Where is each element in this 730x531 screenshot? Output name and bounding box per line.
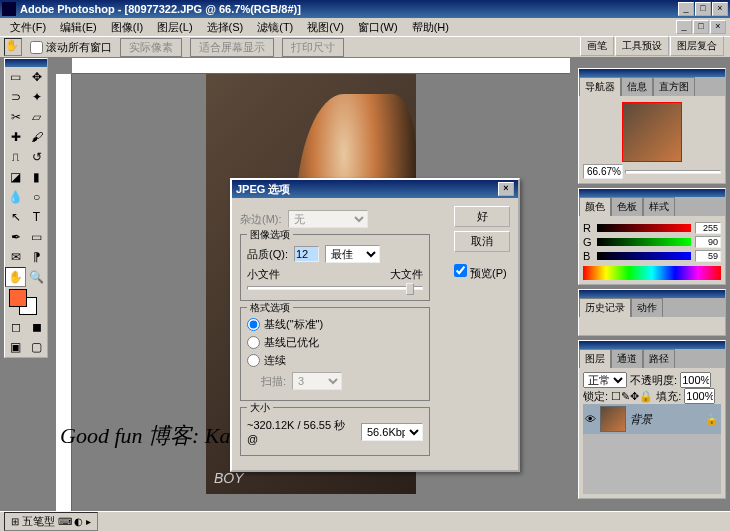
tab-color[interactable]: 颜色 (579, 197, 611, 216)
screen-mode-2[interactable]: ▢ (26, 337, 47, 357)
crop-tool[interactable]: ✂ (5, 107, 26, 127)
slice-tool[interactable]: ▱ (26, 107, 47, 127)
hand-tool-icon[interactable]: ✋ (4, 38, 22, 56)
tab-navigator[interactable]: 导航器 (579, 77, 621, 96)
ok-button[interactable]: 好 (454, 206, 510, 227)
tab-swatches[interactable]: 色板 (611, 197, 643, 216)
doc-restore-button[interactable]: □ (693, 20, 709, 34)
tab-info[interactable]: 信息 (621, 77, 653, 96)
brush-tool[interactable]: 🖌 (26, 127, 47, 147)
lock-icons[interactable]: ☐✎✥🔒 (611, 390, 653, 402)
screen-mode-1[interactable]: ▣ (5, 337, 26, 357)
wand-tool[interactable]: ✦ (26, 87, 47, 107)
menu-window[interactable]: 窗口(W) (352, 19, 404, 36)
move-tool[interactable]: ✥ (26, 67, 47, 87)
tab-channels[interactable]: 通道 (611, 349, 643, 368)
doc-minimize-button[interactable]: _ (676, 20, 692, 34)
color-swatches[interactable] (5, 287, 47, 317)
preview-checkbox[interactable]: 预览(P) (454, 264, 510, 281)
ruler-horizontal (72, 58, 570, 74)
r-label: R (583, 222, 593, 234)
quality-input[interactable] (294, 246, 319, 262)
lasso-tool[interactable]: ⊃ (5, 87, 26, 107)
g-value[interactable]: 90 (695, 236, 721, 248)
path-tool[interactable]: ↖ (5, 207, 26, 227)
print-size-button[interactable]: 打印尺寸 (282, 38, 344, 57)
eraser-tool[interactable]: ◪ (5, 167, 26, 187)
tool-presets-tab[interactable]: 工具预设 (615, 36, 669, 56)
tab-layers[interactable]: 图层 (579, 349, 611, 368)
cancel-button[interactable]: 取消 (454, 231, 510, 252)
fill-input[interactable] (684, 388, 715, 404)
layer-row-background[interactable]: 👁 背景 🔒 (583, 404, 721, 434)
scroll-all-checkbox[interactable]: 滚动所有窗口 (30, 40, 112, 55)
tab-histogram[interactable]: 直方图 (653, 77, 695, 96)
ime-indicator[interactable]: ⊞ 五笔型 ⌨ ◐ ▸ (4, 512, 98, 531)
dialog-close-button[interactable]: × (498, 182, 514, 196)
fit-screen-button[interactable]: 适合屏幕显示 (190, 38, 274, 57)
notes-tool[interactable]: ✉ (5, 247, 26, 267)
visibility-icon[interactable]: 👁 (585, 413, 596, 425)
foreground-color[interactable] (9, 289, 27, 307)
opacity-input[interactable] (680, 372, 711, 388)
marquee-tool[interactable]: ▭ (5, 67, 26, 87)
layer-comps-tab[interactable]: 图层复合 (670, 36, 724, 56)
shape-tool[interactable]: ▭ (26, 227, 47, 247)
hand-tool[interactable]: ✋ (5, 267, 26, 287)
blend-mode-select[interactable]: 正常 (583, 372, 627, 388)
stamp-tool[interactable]: ⎍ (5, 147, 26, 167)
zoom-tool[interactable]: 🔍 (26, 267, 47, 287)
r-value[interactable]: 255 (695, 222, 721, 234)
history-brush-tool[interactable]: ↺ (26, 147, 47, 167)
type-tool[interactable]: T (26, 207, 47, 227)
menu-help[interactable]: 帮助(H) (406, 19, 455, 36)
gradient-tool[interactable]: ▮ (26, 167, 47, 187)
quickmask-on[interactable]: ◼ (26, 317, 47, 337)
quickmask-off[interactable]: ◻ (5, 317, 26, 337)
pen-tool[interactable]: ✒ (5, 227, 26, 247)
tab-paths[interactable]: 路径 (643, 349, 675, 368)
optimized-radio[interactable]: 基线已优化 (247, 335, 423, 350)
history-panel: 历史记录 动作 (578, 289, 726, 336)
speed-select[interactable]: 56.6Kbps (361, 423, 423, 441)
menu-filter[interactable]: 滤镜(T) (251, 19, 299, 36)
color-spectrum[interactable] (583, 266, 721, 280)
menu-layer[interactable]: 图层(L) (151, 19, 198, 36)
menu-file[interactable]: 文件(F) (4, 19, 52, 36)
heal-tool[interactable]: ✚ (5, 127, 26, 147)
toolbox: ▭✥ ⊃✦ ✂▱ ✚🖌 ⎍↺ ◪▮ 💧○ ↖T ✒▭ ✉⁋ ✋🔍 ◻◼ ▣▢ (4, 58, 48, 358)
layer-name: 背景 (630, 412, 652, 427)
g-slider[interactable] (597, 238, 691, 246)
menu-image[interactable]: 图像(I) (105, 19, 149, 36)
close-button[interactable]: × (712, 2, 728, 16)
menu-edit[interactable]: 编辑(E) (54, 19, 103, 36)
lock-icon: 🔒 (705, 413, 719, 426)
menu-select[interactable]: 选择(S) (201, 19, 250, 36)
quality-slider[interactable] (247, 286, 423, 290)
minimize-button[interactable]: _ (678, 2, 694, 16)
blur-tool[interactable]: 💧 (5, 187, 26, 207)
zoom-value[interactable]: 66.67% (583, 164, 623, 179)
quality-preset-select[interactable]: 最佳 (325, 245, 380, 263)
opacity-label: 不透明度: (630, 374, 677, 386)
b-value[interactable]: 59 (695, 250, 721, 262)
eyedropper-tool[interactable]: ⁋ (26, 247, 47, 267)
zoom-slider[interactable] (625, 170, 721, 174)
actual-pixels-button[interactable]: 实际像素 (120, 38, 182, 57)
menu-view[interactable]: 视图(V) (301, 19, 350, 36)
tab-styles[interactable]: 样式 (643, 197, 675, 216)
dodge-tool[interactable]: ○ (26, 187, 47, 207)
b-slider[interactable] (597, 252, 691, 260)
b-label: B (583, 250, 593, 262)
tab-actions[interactable]: 动作 (631, 298, 663, 317)
brush-tab[interactable]: 画笔 (580, 36, 614, 56)
menubar: 文件(F) 编辑(E) 图像(I) 图层(L) 选择(S) 滤镜(T) 视图(V… (0, 18, 730, 36)
navigator-thumbnail[interactable] (622, 102, 682, 162)
baseline-radio[interactable]: 基线("标准") (247, 317, 423, 332)
app-title: Adobe Photoshop - [80977322.JPG @ 66.7%(… (20, 3, 678, 15)
maximize-button[interactable]: □ (695, 2, 711, 16)
r-slider[interactable] (597, 224, 691, 232)
tab-history[interactable]: 历史记录 (579, 298, 631, 317)
progressive-radio[interactable]: 连续 (247, 353, 423, 368)
doc-close-button[interactable]: × (710, 20, 726, 34)
